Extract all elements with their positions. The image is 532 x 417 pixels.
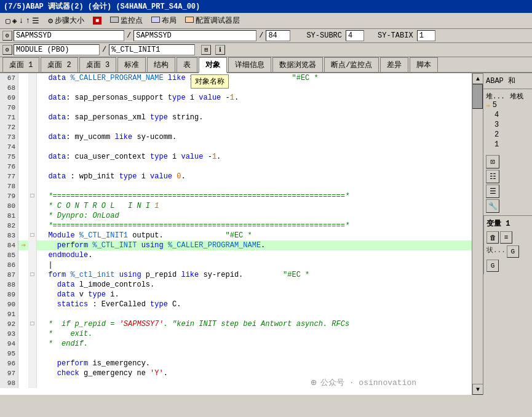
module-icon[interactable]: ⚙ bbox=[2, 45, 12, 55]
module-input-2[interactable] bbox=[109, 44, 195, 55]
arrow-col bbox=[18, 211, 28, 221]
nav-input-2[interactable] bbox=[133, 30, 256, 41]
br-label-status: 状... bbox=[486, 245, 506, 258]
table-row: 69 data: sap_personas_support type i val… bbox=[0, 93, 472, 103]
nav-label-subrc: SY-SUBRC bbox=[304, 31, 344, 40]
scroll-thumb[interactable] bbox=[472, 84, 483, 109]
table-row: 82 *====================================… bbox=[0, 221, 472, 231]
variables-title: 变量 1 bbox=[486, 218, 530, 229]
config-button[interactable]: 配置调试器层 bbox=[183, 15, 242, 26]
nav-sep1: / bbox=[125, 31, 132, 40]
toolbar-icon4: ↑ bbox=[25, 16, 30, 25]
module-nav-icon2[interactable]: ℹ bbox=[215, 45, 225, 55]
br-icon-row-3: G bbox=[486, 260, 530, 272]
line-content: endmodule. bbox=[37, 250, 472, 260]
fold-indicator bbox=[28, 103, 37, 113]
tab-structure[interactable]: 结构 bbox=[147, 57, 175, 72]
tab-data-browser[interactable]: 数据浏览器 bbox=[272, 57, 323, 72]
module-row: ⚙ / ⊞ ℹ bbox=[0, 43, 532, 57]
line-number: 74 bbox=[0, 142, 18, 152]
arrow-col bbox=[18, 221, 28, 231]
line-content bbox=[37, 103, 472, 113]
line-content bbox=[37, 378, 472, 388]
line-content: * if p_repid = 'SAPMSSY7'. "kein INIT st… bbox=[37, 319, 472, 329]
scroll-up-button[interactable]: ▲ bbox=[472, 73, 483, 84]
stack-heap-label1: 堆... bbox=[486, 92, 505, 101]
tab-breakpoints[interactable]: 断点/监控点 bbox=[324, 57, 379, 72]
tab-diff[interactable]: 差异 bbox=[380, 57, 408, 72]
arrow-col bbox=[18, 339, 28, 349]
layout-label: 布局 bbox=[162, 15, 177, 26]
line-content: * endif. bbox=[37, 339, 472, 349]
fold-indicator[interactable]: □ bbox=[28, 270, 37, 280]
module-nav-icon1[interactable]: ⊞ bbox=[201, 45, 211, 55]
table-row: 77 data : wpb_init type i value 0. bbox=[0, 172, 472, 181]
table-row: 81 * Dynpro: OnLoad bbox=[0, 211, 472, 221]
nav-sep2: / bbox=[258, 31, 264, 40]
fold-indicator bbox=[28, 172, 37, 181]
table-row: 83□ Module %_CTL_INIT1 output. "#EC * bbox=[0, 231, 472, 240]
fold-indicator bbox=[28, 240, 37, 250]
right-icon-btn-1[interactable]: ⊡ bbox=[486, 155, 499, 169]
line-content: data l_imode_controls. bbox=[37, 280, 472, 290]
table-row: 89 data v type i. bbox=[0, 290, 472, 300]
arrow-col bbox=[18, 113, 28, 122]
tab-object[interactable]: 对象 bbox=[199, 57, 227, 73]
nav-input-1[interactable] bbox=[14, 30, 124, 41]
right-icon-btn-2[interactable]: ☷ bbox=[486, 170, 499, 183]
nav-value-subrc[interactable] bbox=[346, 30, 364, 41]
tab-desktop1[interactable]: 桌面 1 bbox=[2, 57, 39, 72]
tab-details[interactable]: 详细信息 bbox=[228, 57, 271, 72]
arrow-col bbox=[18, 280, 28, 290]
line-number: 88 bbox=[0, 280, 18, 290]
fold-indicator bbox=[28, 93, 37, 103]
line-number: 81 bbox=[0, 211, 18, 221]
br-btn-g1[interactable]: G bbox=[507, 245, 519, 258]
arrow-col bbox=[18, 93, 28, 103]
tab-desktop2[interactable]: 桌面 2 bbox=[41, 57, 77, 72]
layout-button[interactable]: 布局 bbox=[149, 15, 178, 26]
line-content: *=======================================… bbox=[37, 191, 472, 201]
fold-indicator[interactable]: □ bbox=[28, 231, 37, 240]
line-number: 98 bbox=[0, 378, 18, 388]
line-content: * exit. bbox=[37, 329, 472, 339]
line-number: 91 bbox=[0, 309, 18, 319]
nav-input-3[interactable] bbox=[266, 30, 290, 41]
fold-indicator[interactable]: □ bbox=[28, 319, 37, 329]
fold-indicator bbox=[28, 260, 37, 270]
br-btn-trash[interactable]: 🗑 bbox=[486, 231, 499, 244]
br-btn-list[interactable]: ≡ bbox=[500, 231, 512, 244]
nav-value-tabix[interactable] bbox=[417, 30, 435, 41]
line-number: 67 bbox=[0, 73, 18, 83]
layout-icon bbox=[151, 17, 160, 25]
br-btn-g2[interactable]: G bbox=[486, 260, 499, 272]
line-number: 89 bbox=[0, 290, 18, 300]
line-content bbox=[37, 142, 472, 152]
tab-table[interactable]: 表 bbox=[177, 57, 197, 72]
scroll-track[interactable] bbox=[472, 84, 483, 384]
right-icons: ⊡ ☷ ☰ 🔧 bbox=[483, 153, 532, 215]
code-editor[interactable]: 67 data %_CALLER_PROGRAM_NAME like SY-RE… bbox=[0, 73, 472, 395]
nav-icon1[interactable]: ⚙ bbox=[2, 31, 12, 41]
vertical-scrollbar[interactable]: ▲ ▼ bbox=[472, 73, 483, 395]
right-icon-btn-4[interactable]: 🔧 bbox=[486, 199, 499, 213]
stop-icon: ■ bbox=[93, 17, 101, 25]
module-input-1[interactable] bbox=[14, 44, 100, 55]
arrow-col bbox=[18, 73, 28, 83]
arrow-col bbox=[18, 349, 28, 359]
tab-script[interactable]: 脚本 bbox=[410, 57, 438, 72]
arrow-col bbox=[18, 201, 28, 211]
line-number: 72 bbox=[0, 122, 18, 132]
tab-desktop3[interactable]: 桌面 3 bbox=[79, 57, 116, 72]
toolbar-icons-group[interactable]: ▢ ◈ ↓ ↑ ☰ bbox=[4, 15, 41, 26]
arrow-col bbox=[18, 300, 28, 309]
fold-indicator bbox=[28, 309, 37, 319]
monitor-button[interactable]: 监控点 bbox=[108, 15, 145, 26]
stop-button[interactable]: ■ bbox=[91, 16, 103, 25]
scroll-down-button[interactable]: ▼ bbox=[472, 384, 483, 395]
tab-standard[interactable]: 标准 bbox=[117, 57, 146, 72]
fold-indicator[interactable]: □ bbox=[28, 191, 37, 201]
table-row: 73 data: my_ucomm like sy-ucomm. bbox=[0, 132, 472, 142]
right-icon-btn-3[interactable]: ☰ bbox=[486, 185, 499, 198]
step-size-button[interactable]: ⚙ 步骤大小 bbox=[46, 15, 86, 26]
